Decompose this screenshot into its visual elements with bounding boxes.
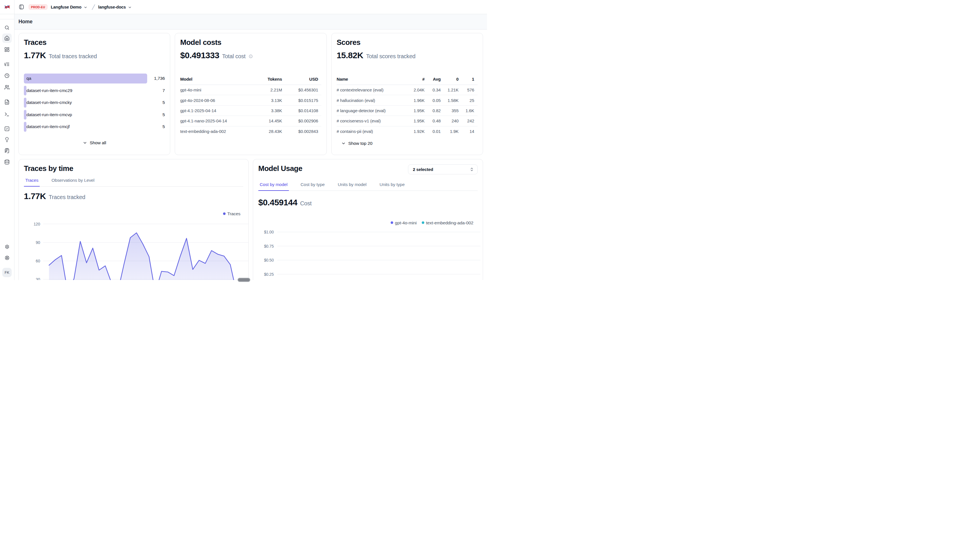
tab[interactable]: Observations by Level [50, 178, 96, 186]
score-zero-cell: 1.21K [441, 87, 459, 92]
tab[interactable]: Units by model [336, 182, 368, 190]
bar-track: dataset-run-item-cmcjf [24, 122, 147, 132]
table-row[interactable]: gpt-4.1-nano-2025-04-14 14.45K $0.002906 [180, 116, 321, 126]
model-usage-chart: $0.25$0.50$0.75$1.00gpt-4o-minitext-embe… [253, 159, 483, 280]
house-icon [4, 35, 10, 41]
bar-track: qa [24, 73, 147, 83]
score-count-cell: 1.95K [409, 118, 424, 123]
table-row[interactable]: gpt-4.1-2025-04-14 3.38K $0.014108 [180, 106, 321, 116]
chevrons-up-down-icon [469, 167, 474, 172]
bar-row[interactable]: dataset-run-item-cmcjf 5 [24, 122, 165, 132]
project-name: langfuse-docs [98, 5, 126, 9]
table-row[interactable]: gpt-4o-mini 2.21M $0.456301 [180, 85, 321, 95]
bar-value: 5 [147, 124, 165, 129]
score-one-cell: 25 [459, 98, 478, 103]
table-row[interactable]: # language-detector (eval) 1.95K 0.82 35… [337, 106, 478, 116]
usd-cell: $0.015175 [282, 98, 321, 103]
sidebar-item-support[interactable] [2, 253, 12, 263]
tab[interactable]: Cost by model [258, 182, 289, 190]
bar-row[interactable]: dataset-run-item-cmcvp 5 [24, 110, 165, 120]
usd-cell: $0.014108 [282, 108, 321, 113]
column-header-model: Model [180, 77, 248, 82]
bar-track: dataset-run-item-cmcky [24, 98, 147, 108]
model-name-cell: gpt-4.1-2025-04-14 [180, 108, 248, 113]
bar-row[interactable]: qa 1,736 [24, 73, 165, 83]
chevron-down-icon [128, 5, 132, 9]
traces-total-value: 1.77K [24, 50, 46, 60]
sidebar-item-dashboards[interactable] [2, 45, 12, 54]
sidebar-item-insights[interactable] [2, 135, 12, 144]
sidebar-item-datasets[interactable] [2, 157, 12, 167]
model-name-cell: gpt-4.1-nano-2025-04-14 [180, 118, 248, 123]
table-row[interactable]: # contains-pii (eval) 1.92K 0.01 1.9K 14 [337, 127, 478, 137]
show-top-20-button[interactable]: Show top 20 [337, 141, 478, 146]
table-row[interactable]: # contextrelevance (eval) 2.04K 0.34 1.2… [337, 85, 478, 95]
score-name-cell: # conciseness-v1 (eval) [337, 118, 409, 123]
svg-text:30: 30 [36, 277, 40, 280]
score-zero-cell: 240 [441, 118, 459, 123]
scores-card-title: Scores [337, 38, 478, 47]
tab[interactable]: Units by type [378, 182, 406, 190]
info-icon[interactable] [249, 55, 252, 58]
model-select[interactable]: 2 selected [408, 164, 478, 174]
project-switcher[interactable]: langfuse-docs [98, 5, 132, 9]
sidebar-item-sessions[interactable] [2, 71, 12, 80]
main-column: PROD-EU Langfuse Demo langfuse-docs Home [15, 0, 487, 280]
sidebar-toggle-button[interactable] [19, 4, 24, 10]
bar-fill [24, 86, 27, 96]
score-one-cell: 242 [459, 118, 478, 123]
column-header-one: 1 [459, 77, 478, 82]
traces-by-time-chart: 306090120Traces [19, 159, 249, 280]
model-costs-table: Model Tokens USD gpt-4o-mini 2.21M $0.45… [180, 73, 321, 137]
dashboard-grid-top: Traces 1.77K Total traces tracked qa 1,7… [18, 33, 483, 155]
bar-row[interactable]: dataset-run-item-cmc29 7 [24, 86, 165, 96]
sidebar-item-tracing[interactable] [2, 60, 12, 69]
chevron-down-icon [341, 141, 346, 146]
horizontal-scrollbar-thumb[interactable] [237, 278, 250, 280]
table-row[interactable]: # hallucination (eval) 1.96K 0.05 1.58K … [337, 95, 478, 105]
model-usage-card: Model Usage 2 selected Cost by modelCost… [253, 159, 483, 280]
tab[interactable]: Cost by type [299, 182, 326, 190]
table-row[interactable]: # conciseness-v1 (eval) 1.95K 0.48 240 2… [337, 116, 478, 126]
bar-track: dataset-run-item-cmcvp [24, 110, 147, 120]
traces-by-time-tabs: TracesObservations by Level [24, 178, 243, 187]
tab[interactable]: Traces [24, 178, 40, 186]
scores-total-label: Total scores tracked [366, 53, 415, 60]
bar-value: 1,736 [147, 76, 165, 81]
langfuse-logo[interactable] [0, 0, 14, 14]
score-count-cell: 1.96K [409, 98, 424, 103]
traces-card-title: Traces [24, 38, 165, 47]
clipboard-pen-icon [4, 148, 10, 153]
sidebar-item-evaluation[interactable] [2, 124, 12, 133]
model-usage-cost-label: Cost [300, 200, 311, 207]
table-row[interactable]: text-embedding-ada-002 28.43K $0.002843 [180, 127, 321, 137]
org-switcher[interactable]: Langfuse Demo [51, 5, 87, 9]
show-all-button[interactable]: Show all [24, 140, 165, 145]
score-count-cell: 1.95K [409, 108, 424, 113]
model-usage-cost-value: $0.459144 [258, 197, 297, 208]
score-name-cell: # language-detector (eval) [337, 108, 409, 113]
file-json-icon [4, 99, 10, 105]
model-usage-title: Model Usage [258, 164, 302, 173]
bar-label: dataset-run-item-cmc29 [27, 86, 72, 96]
scores-table: Name # Avg 0 1 # contextrelevance (eval)… [337, 73, 478, 137]
table-row[interactable]: gpt-4o-2024-08-06 3.13K $0.015175 [180, 95, 321, 105]
column-header-name: Name [337, 77, 409, 82]
panel-left-icon [19, 4, 24, 10]
bar-row[interactable]: dataset-run-item-cmcky 5 [24, 98, 165, 108]
sidebar-item-search[interactable] [2, 23, 12, 32]
model-costs-card-title: Model costs [180, 38, 321, 47]
score-avg-cell: 0.48 [424, 118, 441, 123]
sidebar-item-playground[interactable] [2, 110, 12, 119]
score-one-cell: 576 [459, 87, 478, 92]
sidebar-item-home[interactable] [2, 33, 12, 43]
sidebar-item-users[interactable] [2, 83, 12, 92]
sidebar-item-annotation[interactable] [2, 146, 12, 155]
sidebar-item-settings[interactable] [2, 242, 12, 252]
bar-fill [24, 110, 27, 120]
avatar[interactable]: FK [2, 268, 12, 277]
column-header-tokens: Tokens [248, 77, 282, 82]
bar-fill [24, 98, 27, 108]
score-name-cell: # hallucination (eval) [337, 98, 409, 103]
sidebar-item-prompts[interactable] [2, 97, 12, 107]
